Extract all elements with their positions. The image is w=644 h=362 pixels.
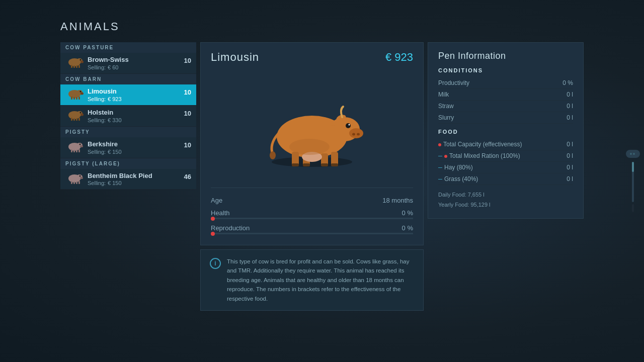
svg-rect-36: [71, 181, 72, 184]
pen-stat-label: Milk: [438, 91, 449, 98]
animal-detail-price: € 923: [385, 51, 413, 64]
stat-value: 0 %: [402, 224, 413, 232]
svg-rect-31: [78, 149, 80, 152]
svg-rect-13: [73, 97, 75, 100]
page-title: ANIMALS: [60, 20, 584, 33]
animal-info: Brown-SwissSelling:€ 60: [88, 56, 191, 70]
svg-point-45: [357, 133, 360, 136]
animal-info: BerkshireSelling:€ 150: [88, 140, 191, 155]
pig-icon: [65, 170, 84, 188]
stat-row: Age18 months: [211, 194, 413, 207]
svg-rect-12: [71, 97, 72, 100]
daily-yearly-food: Daily Food: 7,655 lYearly Food: 95,129 l: [438, 190, 573, 210]
svg-rect-54: [303, 163, 310, 166]
animal-selling: Selling:€ 60: [88, 64, 191, 70]
stat-value: 18 months: [382, 197, 413, 204]
right-panel: Pen Information CONDITIONSProductivity0 …: [428, 42, 584, 219]
stat-dot: [211, 217, 215, 221]
svg-rect-55: [321, 163, 328, 166]
animal-info: HolsteinSelling:€ 330: [88, 109, 191, 123]
svg-rect-23: [78, 118, 80, 121]
animal-name: Holstein: [88, 109, 191, 117]
svg-rect-53: [292, 163, 299, 166]
stat-row: Reproduction0 %: [211, 222, 413, 237]
cow-icon: [65, 54, 84, 71]
animal-item[interactable]: HolsteinSelling:€ 33010: [60, 106, 196, 127]
pen-stat-label: Straw: [438, 103, 454, 110]
animal-info: Bentheim Black PiedSelling:€ 150: [88, 172, 191, 187]
pen-title: Pen Information: [438, 51, 573, 61]
svg-point-11: [80, 91, 82, 93]
main-layout: COW PASTURE Brown-SwissSelling:€ 6010COW…: [60, 42, 584, 311]
conditions-header: CONDITIONS: [438, 67, 573, 73]
animal-price: € 150: [108, 149, 122, 155]
stat-row: Health0 %: [211, 207, 413, 222]
svg-rect-39: [78, 181, 80, 184]
animal-selling: Selling:€ 923: [88, 96, 191, 102]
animal-selling: Selling:€ 330: [88, 117, 191, 123]
animal-item[interactable]: LimousinSelling:€ 92310: [60, 84, 196, 106]
pen-food-label: Hay (80%): [438, 164, 473, 171]
pen-stat-value: 0 l: [567, 91, 573, 98]
svg-point-46: [346, 123, 351, 128]
animal-count: 10: [184, 110, 191, 117]
svg-rect-30: [76, 150, 77, 152]
pen-food-value: 0 l: [567, 141, 573, 148]
pen-food-row: Total Capacity (effectiveness)0 l: [438, 139, 573, 150]
animal-price: € 150: [108, 180, 122, 186]
pen-food-label: Total Capacity (effectiveness): [438, 141, 522, 148]
pen-food-row: Grass (40%)0 l: [438, 173, 573, 185]
pen-stat-value: 0 l: [567, 103, 573, 110]
animal-name: Berkshire: [88, 140, 191, 149]
pen-food-value: 0 l: [567, 164, 573, 171]
info-icon: i: [210, 258, 221, 269]
svg-point-26: [80, 145, 83, 147]
animal-count: 46: [184, 173, 191, 180]
center-panel: Limousin € 923: [200, 42, 424, 311]
animal-icon: [65, 140, 84, 154]
pig-icon: [65, 139, 84, 156]
animal-selling-label: Selling:: [88, 96, 106, 102]
svg-rect-7: [78, 65, 80, 68]
svg-point-47: [349, 124, 350, 126]
svg-point-57: [270, 151, 276, 159]
animal-icon: [65, 87, 84, 102]
category-header: PIGSTY: [60, 127, 196, 137]
animal-icon: [65, 56, 84, 70]
stat-bar-bg: [211, 233, 413, 234]
animal-icon: [65, 172, 84, 186]
food-dot-icon: [444, 155, 447, 158]
pen-food-row: Hay (80%)0 l: [438, 162, 573, 173]
animal-price: € 60: [108, 64, 118, 70]
category-header: COW PASTURE: [60, 42, 196, 53]
animal-selling-label: Selling:: [88, 117, 106, 123]
svg-point-58: [324, 125, 342, 141]
cow-illustration: [247, 79, 377, 169]
animal-item[interactable]: Brown-SwissSelling:€ 6010: [60, 53, 196, 74]
animal-price: € 330: [108, 117, 122, 123]
svg-rect-6: [76, 65, 77, 68]
yearly-food-label: Yearly Food: 95,129 l: [438, 202, 491, 208]
animal-selling: Selling:€ 150: [88, 180, 191, 186]
animal-item[interactable]: BerkshireSelling:€ 15010: [60, 137, 196, 158]
svg-point-44: [352, 133, 355, 136]
svg-rect-21: [73, 118, 75, 121]
animal-count: 10: [184, 88, 191, 96]
animal-item[interactable]: Bentheim Black PiedSelling:€ 15046: [60, 169, 196, 190]
svg-point-18: [80, 114, 84, 116]
pen-food-label: Grass (40%): [438, 175, 478, 183]
animal-name: Brown-Swiss: [88, 56, 191, 64]
left-panel: COW PASTURE Brown-SwissSelling:€ 6010COW…: [60, 42, 196, 190]
svg-rect-14: [76, 97, 77, 100]
animal-count: 10: [184, 57, 191, 64]
svg-point-60: [289, 139, 330, 155]
cow-icon: [65, 86, 84, 103]
animal-price: € 923: [108, 96, 122, 102]
info-card-content: i This type of cow is bred for profit an…: [210, 257, 414, 303]
pen-stat-value: 0 %: [562, 79, 573, 86]
food-dot-icon: [438, 143, 441, 146]
animal-selling-label: Selling:: [88, 149, 106, 155]
svg-point-19: [80, 112, 82, 114]
svg-point-2: [80, 61, 84, 63]
animal-image-area: [211, 69, 413, 179]
